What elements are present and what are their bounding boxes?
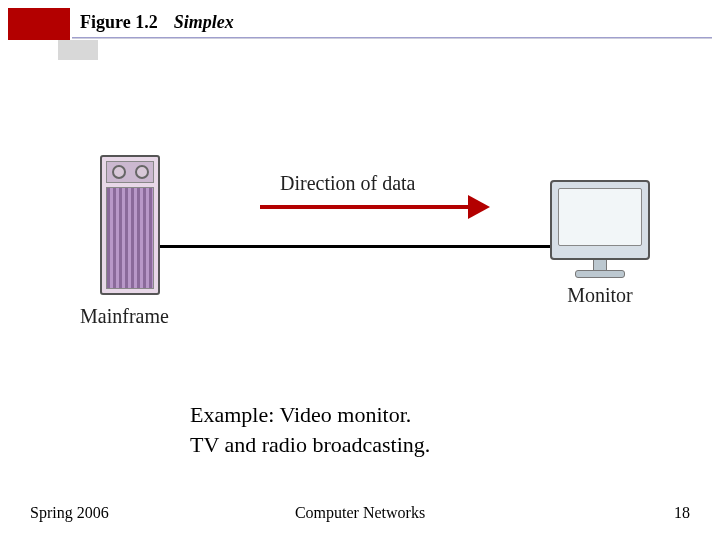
monitor-icon: Monitor — [550, 180, 650, 307]
footer-right: 18 — [674, 504, 690, 522]
figure-label: Figure 1.2 — [80, 12, 158, 33]
mainframe-label: Mainframe — [80, 305, 169, 328]
slide-header: Figure 1.2 Simplex — [0, 0, 720, 60]
connection-line — [160, 245, 550, 248]
footer-center: Computer Networks — [295, 504, 425, 522]
decor-red-block — [8, 8, 70, 40]
mainframe-icon: Mainframe — [100, 155, 160, 295]
title-group: Figure 1.2 Simplex — [80, 12, 234, 33]
simplex-diagram: Mainframe Direction of data Monitor — [90, 150, 650, 350]
arrow-head-icon — [468, 195, 490, 219]
figure-name: Simplex — [174, 12, 234, 33]
example-text: Example: Video monitor. TV and radio bro… — [190, 400, 430, 459]
footer-left: Spring 2006 — [30, 504, 109, 522]
example-line-2: TV and radio broadcasting. — [190, 430, 430, 460]
slide-footer: Spring 2006 Computer Networks 18 — [0, 504, 720, 522]
arrow-label: Direction of data — [280, 172, 416, 195]
monitor-label: Monitor — [550, 284, 650, 307]
decor-underline — [72, 37, 712, 39]
example-line-1: Example: Video monitor. — [190, 400, 430, 430]
arrow-line — [260, 205, 470, 209]
decor-shadow — [58, 40, 98, 60]
